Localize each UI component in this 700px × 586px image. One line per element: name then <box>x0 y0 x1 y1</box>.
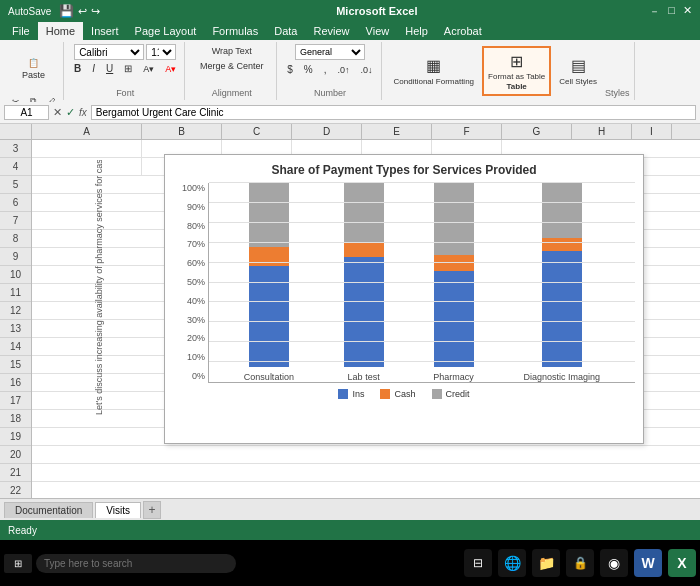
taskbar-folder-icon[interactable]: 📁 <box>532 549 560 577</box>
italic-button[interactable]: I <box>88 61 99 76</box>
row-num-4: 4 <box>0 158 31 176</box>
row-num-col-header <box>0 124 32 139</box>
maximize-btn[interactable]: □ <box>668 4 675 19</box>
chart-legend: Ins Cash Credit <box>173 389 635 399</box>
y-label-30: 30% <box>173 315 208 325</box>
col-header-i[interactable]: I <box>632 124 672 139</box>
taskbar-excel-icon[interactable]: X <box>668 549 696 577</box>
col-header-g[interactable]: G <box>502 124 572 139</box>
legend-cash: Cash <box>380 389 415 399</box>
stacked-bar-consultation[interactable] <box>249 183 289 367</box>
row-num-17: 17 <box>0 392 31 410</box>
spreadsheet: A B C D E F G H I 3 4 5 6 7 8 9 10 11 12 <box>0 124 700 498</box>
confirm-formula-btn[interactable]: ✓ <box>66 106 75 119</box>
stacked-bar-diagnostic[interactable] <box>542 183 582 367</box>
stacked-bar-labtest[interactable] <box>344 183 384 367</box>
paste-button[interactable]: 📋 Paste <box>14 44 54 94</box>
close-btn[interactable]: ✕ <box>683 4 692 19</box>
tab-page-layout[interactable]: Page Layout <box>127 22 205 40</box>
format-as-table-button[interactable]: ⊞ Format as Table Table <box>482 46 551 96</box>
taskbar-task-view-icon[interactable]: ⊟ <box>464 549 492 577</box>
chart-container[interactable]: Share of Payment Types for Services Prov… <box>164 154 644 444</box>
taskbar-browser-icon[interactable]: 🌐 <box>498 549 526 577</box>
tab-view[interactable]: View <box>358 22 398 40</box>
y-label-10: 10% <box>173 352 208 362</box>
taskbar-chrome-icon[interactable]: ◉ <box>600 549 628 577</box>
tab-formulas[interactable]: Formulas <box>204 22 266 40</box>
col-header-h[interactable]: H <box>572 124 632 139</box>
app-name: Microsoft Excel <box>336 5 417 17</box>
percent-button[interactable]: % <box>300 62 317 77</box>
legend-color-credit <box>432 389 442 399</box>
bold-button[interactable]: B <box>70 61 85 76</box>
undo-icon[interactable]: ↩ <box>78 5 87 18</box>
wrap-text-button[interactable]: Wrap Text <box>208 44 256 58</box>
row-num-21: 21 <box>0 464 31 482</box>
conditional-formatting-button[interactable]: ▦ Conditional Formatting <box>388 46 480 96</box>
cell-styles-button[interactable]: ▤ Cell Styles <box>553 46 603 96</box>
sheet-tab-documentation[interactable]: Documentation <box>4 502 93 518</box>
border-button[interactable]: ⊞ <box>120 61 136 76</box>
tab-file[interactable]: File <box>4 22 38 40</box>
tab-data[interactable]: Data <box>266 22 305 40</box>
start-button[interactable]: ⊞ <box>4 554 32 573</box>
cancel-formula-btn[interactable]: ✕ <box>53 106 62 119</box>
cell-styles-icon: ▤ <box>571 56 586 75</box>
row-numbers: 3 4 5 6 7 8 9 10 11 12 13 14 15 16 17 18… <box>0 140 32 498</box>
legend-label-cash: Cash <box>394 389 415 399</box>
tab-home[interactable]: Home <box>38 22 83 40</box>
tab-insert[interactable]: Insert <box>83 22 127 40</box>
cell-styles-label: Cell Styles <box>559 77 597 86</box>
chart-title: Share of Payment Types for Services Prov… <box>173 163 635 177</box>
number-label: Number <box>314 86 346 98</box>
gridline-80 <box>209 222 635 223</box>
cell-reference-input[interactable] <box>4 105 49 120</box>
col-header-d[interactable]: D <box>292 124 362 139</box>
tab-help[interactable]: Help <box>397 22 436 40</box>
merge-center-button[interactable]: Merge & Center <box>196 59 268 73</box>
font-select[interactable]: Calibri <box>74 44 144 60</box>
cond-format-icon: ▦ <box>426 56 441 75</box>
redo-icon[interactable]: ↪ <box>91 5 100 18</box>
paste-icon: 📋 <box>28 58 39 68</box>
bar-consultation-cash <box>249 247 289 265</box>
taskbar-icons: ⊟ 🌐 📁 🔒 ◉ W X <box>464 549 696 577</box>
legend-insurance: Ins <box>338 389 364 399</box>
taskbar-lock-icon[interactable]: 🔒 <box>566 549 594 577</box>
col-header-e[interactable]: E <box>362 124 432 139</box>
taskbar-search-input[interactable] <box>36 554 236 573</box>
increase-decimal-button[interactable]: .0↑ <box>334 63 354 77</box>
sheet-tab-add-button[interactable]: + <box>143 501 161 519</box>
dollar-button[interactable]: $ <box>283 62 297 77</box>
formula-input[interactable] <box>91 105 696 120</box>
col-header-a[interactable]: A <box>32 124 142 139</box>
font-color-button[interactable]: A▾ <box>161 62 180 76</box>
font-size-select[interactable]: 11 <box>146 44 176 60</box>
y-label-90: 90% <box>173 202 208 212</box>
col-header-c[interactable]: C <box>222 124 292 139</box>
cell-a3[interactable] <box>32 140 142 157</box>
col-header-f[interactable]: F <box>432 124 502 139</box>
taskbar-word-icon[interactable]: W <box>634 549 662 577</box>
sheet-tab-visits[interactable]: Visits <box>95 502 141 518</box>
number-format-select[interactable]: General <box>295 44 365 60</box>
minimize-btn[interactable]: － <box>649 4 660 19</box>
row-num-22: 22 <box>0 482 31 498</box>
bar-diagnostic-credit <box>542 183 582 238</box>
row-num-8: 8 <box>0 230 31 248</box>
underline-button[interactable]: U <box>102 61 117 76</box>
bar-diagnostic-insurance <box>542 251 582 367</box>
col-header-b[interactable]: B <box>142 124 222 139</box>
save-icon[interactable]: 💾 <box>59 4 74 18</box>
number-group: General $ % , .0↑ .0↓ Number <box>279 42 381 100</box>
grid-content[interactable]: Let's discuss increasing availability of… <box>32 140 700 498</box>
comma-button[interactable]: , <box>320 62 331 77</box>
gridline-40 <box>209 301 635 302</box>
stacked-bar-pharmacy[interactable] <box>434 183 474 367</box>
y-label-100: 100% <box>173 183 208 193</box>
tab-review[interactable]: Review <box>305 22 357 40</box>
decrease-decimal-button[interactable]: .0↓ <box>357 63 377 77</box>
row-num-12: 12 <box>0 302 31 320</box>
tab-acrobat[interactable]: Acrobat <box>436 22 490 40</box>
fill-color-button[interactable]: A▾ <box>139 62 158 76</box>
